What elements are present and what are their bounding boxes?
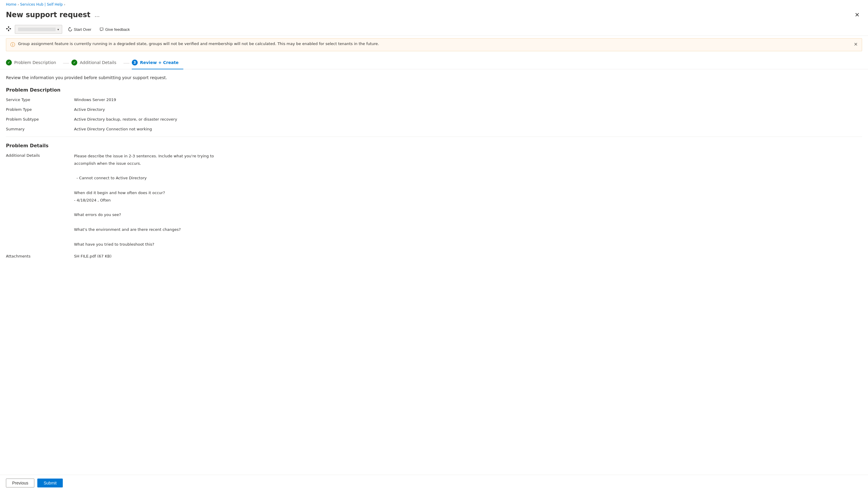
- problem-description-section-title: Problem Description: [6, 87, 862, 93]
- attachments-row: Attachments SH FILE.pdf (67 KB): [6, 254, 862, 258]
- tenant-dropdown[interactable]: ▾: [15, 25, 62, 34]
- problem-type-label: Problem Type: [6, 107, 74, 112]
- network-icon: [6, 26, 11, 33]
- step1-label: Problem Description: [14, 60, 56, 65]
- problem-subtype-label: Problem Subtype: [6, 117, 74, 121]
- problem-subtype-row: Problem Subtype Active Directory backup,…: [6, 117, 862, 121]
- page-title: New support request: [6, 11, 90, 19]
- step1-check-icon: ✓: [6, 60, 12, 65]
- service-type-label: Service Type: [6, 97, 74, 102]
- attachments-value: SH FILE.pdf (67 KB): [74, 254, 112, 258]
- review-intro-text: Review the information you provided befo…: [6, 75, 862, 80]
- previous-button[interactable]: Previous: [6, 479, 34, 487]
- additional-details-value: Please describe the issue in 2-3 sentenc…: [74, 153, 214, 249]
- feedback-icon: [99, 27, 104, 31]
- breadcrumb: Home › Services Hub | Self Help ›: [0, 0, 868, 9]
- summary-label: Summary: [6, 127, 74, 131]
- step-problem-description[interactable]: ✓ Problem Description: [6, 57, 61, 69]
- footer: Previous Submit: [0, 475, 868, 491]
- attachments-label: Attachments: [6, 254, 74, 258]
- alert-close-button[interactable]: ✕: [854, 41, 858, 47]
- svg-rect-3: [10, 28, 11, 29]
- service-type-value: Windows Server 2019: [74, 97, 116, 102]
- svg-rect-2: [8, 30, 9, 31]
- breadcrumb-services-hub[interactable]: Services Hub | Self Help: [20, 2, 63, 6]
- service-type-row: Service Type Windows Server 2019: [6, 97, 862, 102]
- give-feedback-button[interactable]: Give feedback: [97, 26, 132, 33]
- problem-details-section-title: Problem Details: [6, 143, 862, 148]
- breadcrumb-home[interactable]: Home: [6, 2, 16, 6]
- alert-banner: ⓘ Group assignment feature is currently …: [6, 38, 862, 51]
- step-additional-details[interactable]: ✓ Additional Details: [71, 57, 121, 69]
- page-header: New support request ... ✕: [0, 9, 868, 23]
- problem-subtype-value: Active Directory backup, restore, or dis…: [74, 117, 177, 121]
- more-options-icon[interactable]: ...: [93, 11, 101, 19]
- wizard-steps: ✓ Problem Description ✓ Additional Detai…: [0, 54, 868, 69]
- step2-check-icon: ✓: [71, 60, 77, 65]
- step2-label: Additional Details: [80, 60, 116, 65]
- start-over-button[interactable]: Start Over: [66, 26, 94, 33]
- step3-label: Review + Create: [140, 60, 179, 65]
- additional-details-label: Additional Details: [6, 153, 74, 249]
- svg-rect-1: [8, 26, 9, 28]
- section-divider: [6, 137, 862, 137]
- close-button[interactable]: ✕: [852, 10, 862, 20]
- additional-details-row: Additional Details Please describe the i…: [6, 153, 862, 249]
- problem-type-row: Problem Type Active Directory: [6, 107, 862, 112]
- chevron-down-icon: ▾: [58, 28, 59, 31]
- step-review-create[interactable]: 3 Review + Create: [132, 57, 183, 69]
- svg-rect-0: [6, 28, 7, 29]
- submit-button[interactable]: Submit: [37, 479, 63, 487]
- main-content: Review the information you provided befo…: [0, 69, 868, 475]
- problem-type-value: Active Directory: [74, 107, 105, 112]
- start-over-icon: [68, 27, 72, 31]
- step3-num-icon: 3: [132, 60, 138, 65]
- toolbar: ▾ Start Over Give feedback: [0, 23, 868, 36]
- warning-icon: ⓘ: [10, 42, 15, 48]
- summary-value: Active Directory Connection not working: [74, 127, 152, 131]
- alert-text: Group assignment feature is currently ru…: [18, 41, 851, 46]
- summary-row: Summary Active Directory Connection not …: [6, 127, 862, 131]
